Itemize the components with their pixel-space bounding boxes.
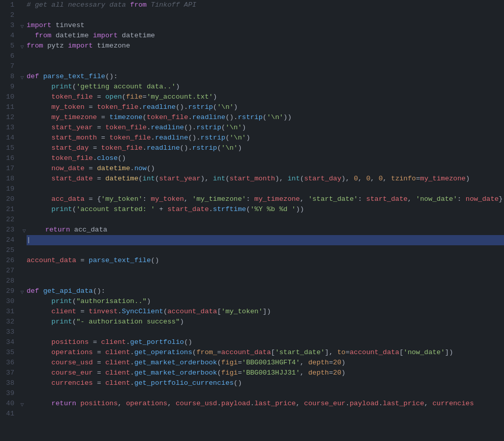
ln-22: 22 — [4, 215, 14, 225]
ln-3: 3 — [4, 20, 14, 31]
code-line-33 — [27, 327, 504, 337]
ln-4: 4 — [4, 31, 14, 41]
code-line-20: acc_data = {'my_token': my_token, 'my_ti… — [27, 194, 504, 204]
code-line-9: print('getting account data..') — [27, 82, 504, 92]
code-line-23: ▽return acc_data — [27, 225, 504, 235]
ln-19: 19 — [4, 184, 14, 194]
code-editor: 1 2 3 4 5 6 7 8 9 10 11 12 13 14 15 16 1… — [0, 0, 504, 441]
ln-27: 27 — [4, 266, 14, 276]
code-line-5: ▽from pytz import timezone — [27, 41, 504, 51]
code-line-28 — [27, 276, 504, 286]
code-line-18: start_date = datetime(int(start_year), i… — [27, 174, 504, 184]
code-line-8: ▽def parse_text_file(): — [27, 72, 504, 82]
code-content[interactable]: # get all necessary data from Tinkoff AP… — [19, 0, 504, 441]
ln-34: 34 — [4, 337, 14, 347]
ln-6: 6 — [4, 51, 14, 61]
ln-1: 1 — [4, 0, 14, 10]
code-line-22 — [27, 215, 504, 225]
code-line-19 — [27, 184, 504, 194]
ln-14: 14 — [4, 133, 14, 143]
code-line-41 — [27, 409, 504, 419]
code-line-26: account_data = parse_text_file() — [27, 256, 504, 266]
code-line-13: start_year = token_file.readline().rstri… — [27, 123, 504, 133]
ln-13: 13 — [4, 123, 14, 133]
code-line-16: token_file.close() — [27, 153, 504, 164]
code-line-29: ▽def get_api_data(): — [27, 286, 504, 296]
code-line-2 — [27, 10, 504, 20]
code-line-3: ▽import tinvest — [27, 20, 504, 31]
code-line-35: operations = client.get_operations(from_… — [27, 347, 504, 358]
code-line-7 — [27, 61, 504, 72]
ln-30: 30 — [4, 296, 14, 307]
code-line-40: ▽ return positions, operations, course_u… — [27, 399, 504, 409]
code-line-31: client = tinvest.SyncClient(account_data… — [27, 307, 504, 317]
ln-37: 37 — [4, 368, 14, 378]
ln-21: 21 — [4, 204, 14, 215]
ln-31: 31 — [4, 307, 14, 317]
code-line-37: course_eur = client.get_market_orderbook… — [27, 368, 504, 378]
code-line-1: # get all necessary data from Tinkoff AP… — [27, 0, 504, 10]
ln-36: 36 — [4, 358, 14, 368]
ln-28: 28 — [4, 276, 14, 286]
ln-10: 10 — [4, 92, 14, 102]
ln-11: 11 — [4, 102, 14, 112]
code-line-14: start_month = token_file.readline().rstr… — [27, 133, 504, 143]
ln-38: 38 — [4, 378, 14, 388]
ln-25: 25 — [4, 245, 14, 256]
ln-24: 24 — [4, 235, 14, 245]
code-line-25 — [27, 245, 504, 256]
code-line-15: start_day = token_file.readline().rstrip… — [27, 143, 504, 153]
ln-20: 20 — [4, 194, 14, 204]
code-line-32: print("- authorisation success") — [27, 317, 504, 327]
code-line-24: | — [27, 235, 504, 245]
ln-41: 41 — [4, 409, 14, 419]
ln-18: 18 — [4, 174, 14, 184]
ln-12: 12 — [4, 112, 14, 123]
ln-15: 15 — [4, 143, 14, 153]
line-numbers: 1 2 3 4 5 6 7 8 9 10 11 12 13 14 15 16 1… — [0, 0, 19, 441]
code-line-39 — [27, 388, 504, 399]
code-line-17: now_date = datetime.now() — [27, 164, 504, 174]
ln-33: 33 — [4, 327, 14, 337]
code-line-36: course_usd = client.get_market_orderbook… — [27, 358, 504, 368]
code-line-30: print("authorisation..") — [27, 296, 504, 307]
ln-2: 2 — [4, 10, 14, 20]
ln-32: 32 — [4, 317, 14, 327]
code-line-12: my_timezone = timezone(token_file.readli… — [27, 112, 504, 123]
ln-29: 29 — [4, 286, 14, 296]
ln-39: 39 — [4, 388, 14, 399]
ln-35: 35 — [4, 347, 14, 358]
code-line-21: print('account started: ' + start_date.s… — [27, 204, 504, 215]
code-line-10: token_file = open(file='my_account.txt') — [27, 92, 504, 102]
ln-5: 5 — [4, 41, 14, 51]
code-line-4: from datetime import datetime — [27, 31, 504, 41]
code-line-6 — [27, 51, 504, 61]
code-line-11: my_token = token_file.readline().rstrip(… — [27, 102, 504, 112]
code-line-38: currencies = client.get_portfolio_curren… — [27, 378, 504, 388]
ln-7: 7 — [4, 61, 14, 72]
ln-8: 8 — [4, 72, 14, 82]
code-line-34: positions = client.get_portfolio() — [27, 337, 504, 347]
ln-17: 17 — [4, 164, 14, 174]
ln-26: 26 — [4, 256, 14, 266]
ln-16: 16 — [4, 153, 14, 164]
ln-40: 40 — [4, 399, 14, 409]
ln-23: 23 — [4, 225, 14, 235]
ln-9: 9 — [4, 82, 14, 92]
code-line-27 — [27, 266, 504, 276]
